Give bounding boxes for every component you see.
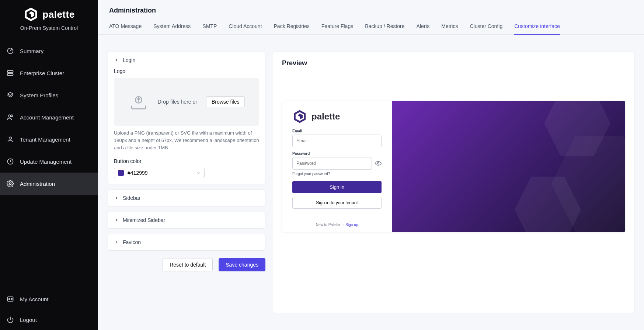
- chevron-right-icon: [114, 195, 119, 201]
- login-art-side: [392, 101, 625, 232]
- logo-label: Logo: [114, 68, 259, 74]
- page-title: Administration: [98, 0, 644, 19]
- preview-brand: palette: [292, 109, 382, 124]
- tab-label: ATO Message: [109, 23, 142, 29]
- tab-pack-registries[interactable]: Pack Registries: [274, 19, 310, 34]
- password-label: Password: [292, 152, 382, 156]
- reset-button[interactable]: Reset to default: [163, 258, 213, 271]
- panel-minimized-sidebar: Minimized Sidebar: [108, 212, 265, 229]
- sidebar-item-update-management[interactable]: Update Management: [0, 150, 98, 173]
- tab-label: Alerts: [417, 23, 430, 29]
- gear-icon: [7, 180, 14, 187]
- config-column: Login Logo Drop files here or Browse fil…: [108, 52, 265, 313]
- sidebar-item-summary[interactable]: Summary: [0, 40, 98, 62]
- svg-point-12: [9, 298, 10, 299]
- panel-login-body: Logo Drop files here or Browse files Upl…: [108, 68, 265, 184]
- svg-point-8: [9, 137, 12, 139]
- layers-icon: [7, 91, 14, 99]
- chevron-down-icon: [114, 58, 119, 63]
- sidebar-item-label: Update Management: [20, 159, 72, 165]
- svg-point-10: [10, 183, 11, 185]
- password-row: [292, 157, 382, 170]
- save-button[interactable]: Save changes: [219, 258, 265, 271]
- tab-cloud-account[interactable]: Cloud Account: [229, 19, 262, 34]
- preview-title: Preview: [282, 59, 625, 67]
- sidebar-item-tenant-management[interactable]: Tenant Management: [0, 128, 98, 150]
- sidebar-item-system-profiles[interactable]: System Profiles: [0, 84, 98, 106]
- sidebar-item-label: Summary: [20, 48, 43, 54]
- eye-icon[interactable]: [375, 160, 382, 167]
- sidebar-item-logout[interactable]: Logout: [0, 309, 98, 330]
- preview-panel: Preview palette Email Password: [273, 52, 634, 313]
- sidebar-item-my-account[interactable]: My Account: [0, 289, 98, 309]
- svg-rect-4: [8, 70, 13, 72]
- browse-files-button[interactable]: Browse files: [206, 96, 245, 107]
- email-label: Email: [292, 129, 382, 133]
- sidebar-item-label: Logout: [20, 317, 37, 323]
- panel-favicon-header[interactable]: Favicon: [108, 234, 265, 250]
- login-preview: palette Email Password Forgot your passw…: [282, 101, 625, 232]
- main-content: Administration ATO Message System Addres…: [98, 0, 644, 330]
- tab-ato-message[interactable]: ATO Message: [109, 19, 142, 34]
- power-icon: [7, 316, 14, 323]
- tab-system-address[interactable]: System Address: [153, 19, 191, 34]
- content-area: Login Logo Drop files here or Browse fil…: [98, 35, 644, 330]
- panel-login: Login Logo Drop files here or Browse fil…: [108, 52, 265, 184]
- brand-subtitle: On-Prem System Control: [20, 25, 78, 31]
- chevron-right-icon: [114, 240, 119, 245]
- tenant-sign-in-button[interactable]: Sign in to your tenant: [292, 197, 382, 209]
- tab-label: Cloud Account: [229, 23, 262, 29]
- sidebar-item-administration[interactable]: Administration: [0, 173, 98, 195]
- sign-in-button[interactable]: Sign in: [292, 181, 382, 193]
- panel-title: Sidebar: [123, 195, 140, 201]
- tab-metrics[interactable]: Metrics: [441, 19, 458, 34]
- brand-name: palette: [42, 9, 74, 20]
- drop-text: Drop files here or: [158, 99, 197, 105]
- tab-feature-flags[interactable]: Feature Flags: [321, 19, 353, 34]
- tab-label: Customize interface: [514, 23, 560, 29]
- tab-cluster-config[interactable]: Cluster Config: [470, 19, 502, 34]
- svg-point-6: [8, 115, 11, 117]
- color-hex-input[interactable]: [128, 170, 192, 176]
- chevron-right-icon: [114, 218, 119, 223]
- tab-label: Feature Flags: [321, 23, 353, 29]
- color-swatch: [118, 170, 124, 176]
- tab-backup-restore[interactable]: Backup / Restore: [365, 19, 404, 34]
- tab-label: SMTP: [202, 23, 217, 29]
- sidebar-item-label: My Account: [20, 296, 49, 302]
- panel-sidebar-header[interactable]: Sidebar: [108, 190, 265, 206]
- login-form-side: palette Email Password Forgot your passw…: [282, 101, 392, 232]
- server-icon: [7, 69, 14, 77]
- sidebar-item-label: System Profiles: [20, 92, 58, 98]
- panel-sidebar: Sidebar: [108, 190, 265, 206]
- tab-alerts[interactable]: Alerts: [417, 19, 430, 34]
- logo-help-text: Upload a PNG (transparent) or SVG file w…: [114, 129, 259, 152]
- logo-dropzone[interactable]: Drop files here or Browse files: [114, 78, 259, 126]
- panel-title: Login: [123, 57, 135, 63]
- sidebar-item-enterprise-cluster[interactable]: Enterprise Cluster: [0, 62, 98, 84]
- tab-label: Cluster Config: [470, 23, 502, 29]
- left-sidebar: palette On-Prem System Control Summary E…: [0, 0, 98, 330]
- email-input[interactable]: [292, 135, 382, 147]
- panel-minimized-sidebar-header[interactable]: Minimized Sidebar: [108, 212, 265, 228]
- primary-nav: Summary Enterprise Cluster System Profil…: [0, 35, 98, 330]
- brand-logo: palette: [23, 7, 74, 22]
- sidebar-item-account-management[interactable]: Account Management: [0, 106, 98, 128]
- chevron-down-icon: [196, 171, 201, 175]
- tab-customize-interface[interactable]: Customize interface: [514, 19, 560, 34]
- sign-up-link[interactable]: Sign up: [345, 223, 358, 227]
- panel-login-header[interactable]: Login: [108, 52, 265, 68]
- forgot-password-link[interactable]: Forgot your password?: [292, 172, 382, 176]
- sidebar-footer: My Account Logout: [0, 289, 98, 330]
- gauge-icon: [7, 47, 14, 55]
- sidebar-item-label: Account Management: [20, 114, 74, 121]
- password-input[interactable]: [292, 157, 372, 170]
- button-color-label: Button color: [114, 158, 259, 164]
- id-icon: [7, 295, 14, 303]
- preview-brand-name: palette: [311, 111, 340, 122]
- action-buttons: Reset to default Save changes: [108, 258, 265, 271]
- sidebar-item-label: Tenant Management: [20, 136, 70, 143]
- tab-smtp[interactable]: SMTP: [202, 19, 217, 34]
- new-to-text: New to Palette: [316, 223, 340, 227]
- button-color-select[interactable]: [114, 168, 205, 178]
